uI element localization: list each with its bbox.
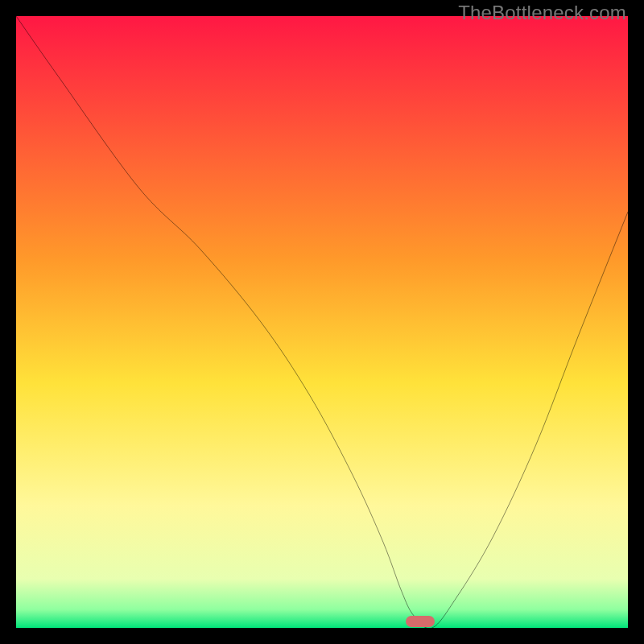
bottleneck-curve bbox=[16, 16, 628, 628]
chart-frame: TheBottleneck.com bbox=[0, 0, 644, 644]
plot-area bbox=[16, 16, 628, 628]
optimal-marker bbox=[406, 616, 435, 627]
watermark-text: TheBottleneck.com bbox=[458, 2, 626, 24]
